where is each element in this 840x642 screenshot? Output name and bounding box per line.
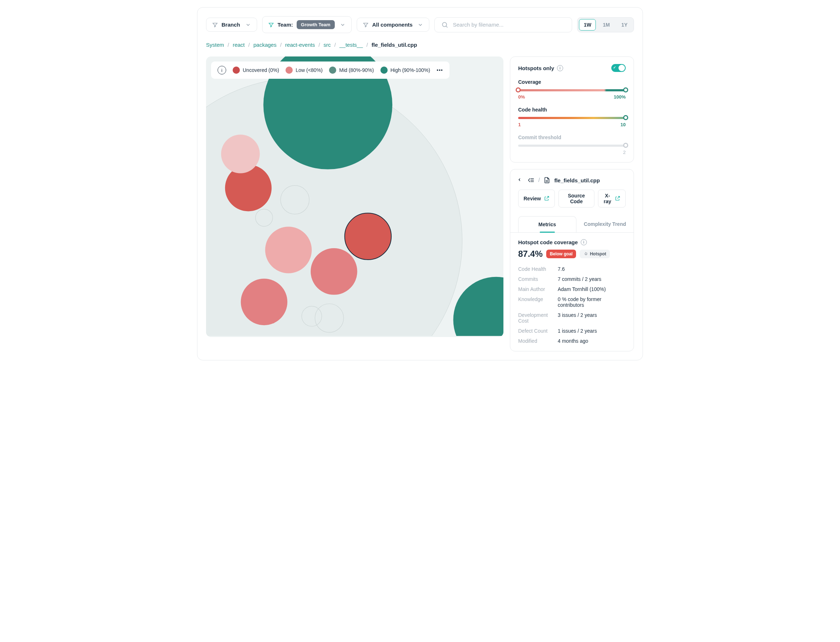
flame-icon <box>583 252 588 256</box>
breadcrumb-item[interactable]: react-events <box>285 42 315 48</box>
legend-mid: Mid (80%-90%) <box>339 67 374 73</box>
xray-button[interactable]: X-ray <box>598 190 626 208</box>
legend: i Uncovered (0%) Low (<80%) Mid (80%-90%… <box>211 62 450 79</box>
tab-complexity-trend[interactable]: Complexity Trend <box>576 216 634 232</box>
legend-swatch-low <box>285 66 293 74</box>
hotspots-toggle[interactable]: ✓ <box>611 64 626 72</box>
legend-low: Low (<80%) <box>296 67 322 73</box>
search-icon <box>441 21 448 28</box>
metric-val: 3 issues / 2 years <box>558 312 626 324</box>
metric-key: Code Health <box>518 266 558 272</box>
coverage-percent: 87.4% <box>518 249 543 259</box>
bubble-uncovered[interactable] <box>225 165 272 211</box>
breadcrumb-sep: / <box>228 42 229 48</box>
info-icon[interactable]: i <box>557 65 563 71</box>
bubble-chart-svg <box>206 57 503 336</box>
team-dropdown[interactable]: Team: Growth Team <box>262 16 352 33</box>
filters-card: Hotspots only i ✓ Coverage 0%100% Code h… <box>510 57 634 162</box>
back-icon[interactable] <box>518 177 524 183</box>
legend-swatch-uncovered <box>233 66 240 74</box>
legend-swatch-high <box>380 66 388 74</box>
breadcrumb-item[interactable]: react <box>233 42 244 48</box>
external-link-icon <box>544 196 549 201</box>
branch-dropdown[interactable]: Branch <box>206 18 257 32</box>
detail-filename: fle_fields_util.cpp <box>554 177 600 183</box>
bubble-visualization[interactable]: i Uncovered (0%) Low (<80%) Mid (80%-90%… <box>206 57 503 337</box>
metric-val: 7.6 <box>558 266 626 272</box>
metric-key: Defect Count <box>518 328 558 334</box>
info-icon[interactable]: i <box>581 239 587 245</box>
hotspot-coverage-header: Hotspot code coverage <box>518 239 578 245</box>
bubble-low[interactable] <box>311 248 358 295</box>
search-box[interactable] <box>434 17 572 32</box>
breadcrumb-item[interactable]: System <box>206 42 224 48</box>
time-range-1w[interactable]: 1W <box>579 19 596 31</box>
detail-tabs: Metrics Complexity Trend <box>510 216 634 233</box>
info-icon[interactable]: i <box>218 66 226 75</box>
source-code-button[interactable]: Source Code <box>558 190 594 208</box>
funnel-icon <box>268 22 274 28</box>
time-range-1y[interactable]: 1Y <box>617 19 632 31</box>
chevron-down-icon <box>245 22 251 28</box>
metric-key: Development Cost <box>518 312 558 324</box>
metrics-grid: Code Health7.6 Commits7 commits / 2 year… <box>518 266 626 344</box>
svg-point-0 <box>443 22 447 27</box>
breadcrumb-item[interactable]: packages <box>254 42 277 48</box>
metric-val: Adam Tornhill (100%) <box>558 286 626 292</box>
bubble-low[interactable] <box>221 135 260 173</box>
back-list-icon[interactable] <box>528 177 535 184</box>
metric-val: 0 % code by former contributors <box>558 297 626 308</box>
breadcrumb-sep: / <box>319 42 320 48</box>
metric-key: Knowledge <box>518 297 558 308</box>
tab-metrics[interactable]: Metrics <box>518 216 576 232</box>
breadcrumb-sep: / <box>334 42 336 48</box>
branch-label: Branch <box>222 21 240 28</box>
breadcrumb-item[interactable]: __tests__ <box>340 42 363 48</box>
bubble-uncovered[interactable] <box>345 213 392 260</box>
commit-threshold-slider[interactable]: Commit threshold 2 <box>518 135 626 155</box>
metric-val: 4 months ago <box>558 338 626 344</box>
metric-val: 7 commits / 2 years <box>558 276 626 282</box>
metric-key: Commits <box>518 276 558 282</box>
review-button[interactable]: Review <box>518 190 555 208</box>
breadcrumb-item[interactable]: src <box>324 42 331 48</box>
chevron-down-icon <box>418 22 423 28</box>
breadcrumb-current: fle_fields_util.cpp <box>371 42 417 48</box>
chevron-down-icon <box>340 22 346 28</box>
time-range-toggle: 1W 1M 1Y <box>577 17 634 32</box>
external-link-icon <box>615 196 620 201</box>
code-health-slider[interactable]: Code health 110 <box>518 107 626 127</box>
coverage-slider[interactable]: Coverage 0%100% <box>518 79 626 100</box>
team-label: Team: <box>278 21 293 28</box>
breadcrumb-sep: / <box>248 42 250 48</box>
metric-val: 1 issues / 2 years <box>558 328 626 334</box>
hotspot-badge: Hotspot <box>579 250 610 258</box>
breadcrumb-sep: / <box>366 42 368 48</box>
funnel-icon <box>212 22 218 28</box>
breadcrumbs: System/ react/ packages/ react-events/ s… <box>206 42 634 48</box>
legend-high: High (90%-100%) <box>390 67 431 73</box>
detail-card: / fle_fields_util.cpp Review Source Code… <box>510 169 634 352</box>
toolbar: Branch Team: Growth Team All components … <box>206 16 634 33</box>
below-goal-badge: Below goal <box>546 250 576 258</box>
funnel-icon <box>363 22 369 28</box>
hotspots-label: Hotspots only <box>518 65 554 71</box>
legend-more-icon[interactable]: ••• <box>437 67 443 73</box>
legend-swatch-mid <box>329 66 336 74</box>
file-icon <box>543 177 550 184</box>
components-dropdown[interactable]: All components <box>357 18 430 32</box>
bubble-high[interactable] <box>453 277 503 336</box>
legend-uncovered: Uncovered (0%) <box>243 67 279 73</box>
components-label: All components <box>372 21 413 28</box>
bubble-low[interactable] <box>265 227 312 273</box>
metric-key: Main Author <box>518 286 558 292</box>
breadcrumb-sep: / <box>280 42 282 48</box>
search-input[interactable] <box>453 21 565 28</box>
team-value-pill: Growth Team <box>297 20 335 29</box>
time-range-1m[interactable]: 1M <box>598 19 614 31</box>
metric-key: Modified <box>518 338 558 344</box>
bubble-low[interactable] <box>241 279 288 326</box>
